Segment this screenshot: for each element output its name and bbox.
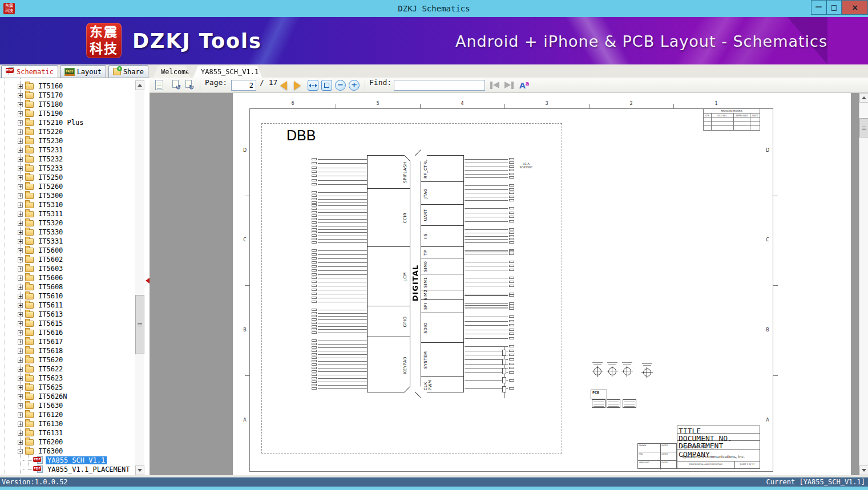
expand-toggle[interactable]: + xyxy=(18,84,23,89)
scrollbar-thumb[interactable] xyxy=(135,295,144,354)
tree-folder-item[interactable]: +IT5330 xyxy=(0,228,134,237)
scroll-up-button[interactable] xyxy=(859,93,868,103)
copy-page-icon[interactable] xyxy=(155,80,163,90)
find-previous-icon[interactable] xyxy=(490,82,500,89)
tree-folder-item[interactable]: +IT5603 xyxy=(0,264,134,273)
expand-toggle[interactable]: + xyxy=(18,321,23,326)
expand-toggle[interactable]: + xyxy=(18,148,23,153)
tree-folder-item[interactable]: +IT5610 xyxy=(0,291,134,301)
expand-toggle[interactable]: + xyxy=(18,303,23,308)
zoom-out-button[interactable]: − xyxy=(335,80,346,91)
tree-folder-item[interactable]: +IT5622 xyxy=(0,365,134,374)
expand-toggle[interactable]: + xyxy=(18,440,23,445)
expand-toggle[interactable]: + xyxy=(18,339,23,345)
tree-document-item[interactable]: PDFYA855_V1.1_PLACEMENT xyxy=(0,465,134,474)
expand-toggle[interactable]: + xyxy=(18,193,23,199)
splitter-collapse-arrow[interactable] xyxy=(146,278,150,284)
tree-folder-item[interactable]: +IT5320 xyxy=(0,218,134,228)
viewer-scrollbar[interactable] xyxy=(859,93,868,475)
expand-toggle[interactable]: + xyxy=(18,111,23,116)
tree-folder-item[interactable]: +IT5611 xyxy=(0,301,134,310)
tree-folder-item[interactable]: +IT5613 xyxy=(0,310,134,319)
tree-folder-item[interactable]: +IT5230 xyxy=(0,136,134,145)
scroll-down-button[interactable] xyxy=(135,465,144,475)
expand-toggle[interactable]: + xyxy=(18,257,23,262)
tab-share[interactable]: + Share xyxy=(108,65,148,78)
close-button[interactable]: × xyxy=(842,0,868,15)
expand-toggle[interactable]: + xyxy=(18,203,23,208)
rotate-right-icon[interactable]: ↻ xyxy=(184,80,193,90)
tree-folder-item[interactable]: +IT5260 xyxy=(0,182,134,191)
tree-folder-item[interactable]: +IT5310 xyxy=(0,200,134,209)
expand-toggle[interactable]: + xyxy=(18,102,23,107)
scroll-up-button[interactable] xyxy=(135,80,144,90)
expand-toggle[interactable]: + xyxy=(18,248,23,253)
expand-toggle[interactable]: + xyxy=(18,376,23,381)
tree-folder-item[interactable]: +IT5606 xyxy=(0,273,134,282)
tree-folder-item[interactable]: +IT5625 xyxy=(0,383,134,392)
expand-toggle[interactable]: + xyxy=(18,312,23,317)
tree-folder-item[interactable]: +IT5220 xyxy=(0,127,134,136)
rotate-left-icon[interactable]: ↺ xyxy=(171,80,180,90)
expand-toggle[interactable]: + xyxy=(18,129,23,135)
expand-toggle[interactable]: + xyxy=(18,367,23,372)
tree-folder-item[interactable]: +IT5616 xyxy=(0,328,134,337)
tab-close-icon[interactable]: × xyxy=(261,68,265,76)
match-case-icon[interactable]: Aa xyxy=(519,80,532,91)
expand-toggle[interactable]: + xyxy=(18,276,23,281)
previous-page-button[interactable] xyxy=(280,81,287,90)
tree-folder-item[interactable]: +IT5602 xyxy=(0,255,134,264)
next-page-button[interactable] xyxy=(294,81,301,90)
expand-toggle[interactable]: + xyxy=(18,431,23,436)
tab-document-ya855[interactable]: YA855_SCH_V1.1 × xyxy=(193,66,263,78)
expand-toggle[interactable]: + xyxy=(18,120,23,125)
tree-folder-item[interactable]: +IT5190 xyxy=(0,109,134,118)
tree-folder-item[interactable]: +IT5600 xyxy=(0,246,134,255)
tree-scrollbar[interactable] xyxy=(135,80,144,475)
tree-folder-item[interactable]: +IT5250 xyxy=(0,173,134,182)
expand-toggle[interactable]: + xyxy=(18,422,23,427)
tree-document-item[interactable]: PDFYA855_SCH_V1.1 xyxy=(0,456,134,465)
expand-toggle[interactable]: + xyxy=(18,230,23,235)
expand-toggle[interactable]: + xyxy=(18,266,23,272)
expand-toggle[interactable]: + xyxy=(18,221,23,226)
tree-folder-item[interactable]: +IT5608 xyxy=(0,282,134,291)
collapse-toggle[interactable]: - xyxy=(18,449,23,454)
page-number-input[interactable] xyxy=(231,80,256,91)
expand-toggle[interactable]: + xyxy=(18,358,23,363)
tab-schematic[interactable]: PDF Schematic xyxy=(1,65,58,78)
expand-toggle[interactable]: + xyxy=(18,93,23,98)
maximize-button[interactable]: □ xyxy=(826,0,842,15)
expand-toggle[interactable]: + xyxy=(18,139,23,144)
tree-folder-item[interactable]: +IT5210 Plus xyxy=(0,118,134,127)
tree-folder-item[interactable]: +IT5231 xyxy=(0,145,134,155)
tree-folder-item[interactable]: +IT5626N xyxy=(0,392,134,401)
expand-toggle[interactable]: + xyxy=(18,412,23,418)
tree-folder-item[interactable]: +IT5232 xyxy=(0,155,134,164)
expand-toggle[interactable]: + xyxy=(18,330,23,335)
tab-layout[interactable]: PADS Layout xyxy=(60,65,106,78)
expand-toggle[interactable]: + xyxy=(18,212,23,217)
tree-folder-item[interactable]: +IT5311 xyxy=(0,209,134,218)
expand-toggle[interactable]: + xyxy=(18,175,23,180)
expand-toggle[interactable]: + xyxy=(18,385,23,390)
fit-width-button[interactable] xyxy=(308,80,318,91)
tree-folder-item[interactable]: +IT6200 xyxy=(0,438,134,447)
tree-folder-item[interactable]: +IT5618 xyxy=(0,346,134,355)
scroll-down-button[interactable] xyxy=(859,465,868,475)
tree-folder-item[interactable]: +IT5615 xyxy=(0,319,134,328)
expand-toggle[interactable]: + xyxy=(18,394,23,399)
minimize-button[interactable]: — xyxy=(811,0,826,15)
find-input[interactable] xyxy=(394,80,485,91)
tree-folder-item[interactable]: +IT5623 xyxy=(0,374,134,383)
scrollbar-thumb[interactable] xyxy=(859,118,868,137)
tree-folder-item[interactable]: +IT5300 xyxy=(0,191,134,200)
expand-toggle[interactable]: + xyxy=(18,349,23,354)
expand-toggle[interactable]: + xyxy=(18,184,23,189)
tree-folder-item[interactable]: +IT5331 xyxy=(0,237,134,246)
tree-folder-item[interactable]: +IT5617 xyxy=(0,337,134,346)
tree-folder-item[interactable]: +IT5160 xyxy=(0,82,134,91)
tree-folder-item[interactable]: +IT6130 xyxy=(0,419,134,428)
tab-welcome[interactable]: Welcome xyxy=(153,66,191,78)
expand-toggle[interactable]: + xyxy=(18,157,23,162)
